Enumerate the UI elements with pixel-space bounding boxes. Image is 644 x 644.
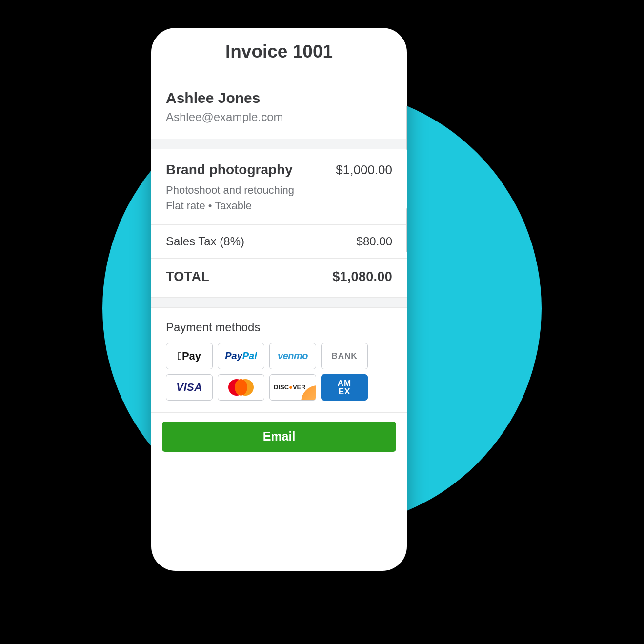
payment-method-venmo[interactable]: venmo bbox=[269, 343, 316, 369]
total-amount: $1,080.00 bbox=[332, 269, 392, 284]
line-item-name: Brand photography bbox=[166, 162, 293, 178]
total-label: TOTAL bbox=[166, 269, 209, 284]
payment-method-apple-pay[interactable]: Pay bbox=[166, 343, 213, 369]
payment-method-discover[interactable]: DISC●VER bbox=[269, 374, 316, 401]
phone-frame: Invoice 1001 Ashlee Jones Ashlee@example… bbox=[151, 28, 407, 571]
footer-actions: Email bbox=[151, 412, 407, 452]
payment-method-visa[interactable]: VISA bbox=[166, 374, 213, 401]
line-item[interactable]: Brand photography $1,000.00 Photoshoot a… bbox=[151, 149, 407, 225]
apple-logo-icon:  bbox=[178, 350, 181, 362]
sales-tax-label: Sales Tax (8%) bbox=[166, 235, 244, 248]
invoice-screen: Invoice 1001 Ashlee Jones Ashlee@example… bbox=[151, 28, 407, 452]
sales-tax-amount: $80.00 bbox=[357, 235, 392, 248]
email-button[interactable]: Email bbox=[162, 422, 396, 452]
page-title: Invoice 1001 bbox=[151, 41, 407, 77]
customer-name: Ashlee Jones bbox=[166, 90, 392, 106]
payment-methods-section: Payment methods Pay PayPal venmo BANK V… bbox=[151, 308, 407, 412]
payment-method-paypal[interactable]: PayPal bbox=[218, 343, 264, 369]
section-divider bbox=[151, 139, 407, 149]
payment-method-amex[interactable]: AMEX bbox=[321, 374, 368, 401]
total-row: TOTAL $1,080.00 bbox=[151, 259, 407, 297]
payment-methods-heading: Payment methods bbox=[166, 321, 392, 334]
line-item-amount: $1,000.00 bbox=[336, 162, 392, 178]
line-item-description: Photoshoot and retouching Flat rate • Ta… bbox=[166, 182, 392, 214]
customer-email: Ashlee@example.com bbox=[166, 110, 392, 124]
payment-methods-grid: Pay PayPal venmo BANK VISA bbox=[166, 343, 392, 401]
customer-section[interactable]: Ashlee Jones Ashlee@example.com bbox=[151, 77, 407, 139]
mastercard-logo-icon bbox=[228, 379, 254, 396]
sales-tax-row: Sales Tax (8%) $80.00 bbox=[151, 225, 407, 259]
section-divider bbox=[151, 297, 407, 308]
payment-method-mastercard[interactable] bbox=[218, 374, 264, 401]
payment-method-bank[interactable]: BANK bbox=[321, 343, 368, 369]
